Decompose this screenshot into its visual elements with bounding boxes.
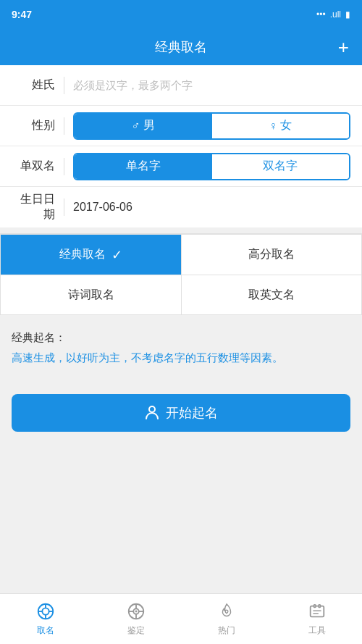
single-name-label: 单名字 [126, 159, 161, 174]
start-button[interactable]: 开始起名 [12, 394, 350, 432]
male-symbol: ♂ [132, 120, 140, 133]
highscore-label: 高分取名 [248, 247, 295, 262]
single-double-row: 单双名 单名字 双名字 [0, 146, 362, 187]
form-area: 姓氏 性别 ♂ 男 ♀ 女 单双名 单名字 双名字 [0, 65, 362, 227]
female-symbol: ♀ [269, 120, 277, 133]
double-name-label: 双名字 [263, 159, 298, 174]
signal-bars: .ull [330, 9, 341, 20]
gender-toggle-group: ♂ 男 ♀ 女 [73, 112, 350, 140]
status-bar: 9:47 ••• .ull ▮ [0, 0, 362, 29]
bottom-nav: 取名 鉴定 热门 [0, 593, 362, 644]
male-label: 男 [143, 118, 155, 133]
nav-item-tools[interactable]: 工具 [272, 594, 362, 644]
birthdate-row: 生日日期 2017-06-06 [0, 187, 362, 227]
start-label: 开始起名 [166, 404, 218, 422]
status-time: 9:47 [12, 9, 32, 20]
header-title: 经典取名 [155, 38, 207, 56]
nav-item-hot[interactable]: 热门 [181, 594, 272, 644]
description-area: 经典起名： 高速生成，以好听为主，不考虑名字的五行数理等因素。 [0, 321, 362, 377]
naming-icon [35, 601, 56, 622]
single-double-toggle-group: 单名字 双名字 [73, 153, 350, 180]
name-type-poetry[interactable]: 诗词取名 [0, 275, 181, 315]
name-type-classic[interactable]: 经典取名 ✓ [0, 234, 181, 275]
header: 经典取名 + [0, 29, 362, 65]
classic-label: 经典取名 [59, 247, 106, 262]
nav-item-appraise[interactable]: 鉴定 [90, 594, 181, 644]
poetry-label: 诗词取名 [68, 288, 114, 303]
svg-point-9 [135, 611, 137, 613]
add-button[interactable]: + [338, 36, 349, 59]
signal-dots: ••• [316, 9, 326, 20]
start-button-area: 开始起名 [0, 382, 362, 443]
double-name-button[interactable]: 双名字 [212, 154, 350, 179]
gender-row: 性别 ♂ 男 ♀ 女 [0, 106, 362, 146]
birthdate-value[interactable]: 2017-06-06 [73, 201, 132, 214]
name-type-english[interactable]: 取英文名 [181, 275, 362, 315]
gender-male-button[interactable]: ♂ 男 [75, 114, 212, 138]
hot-icon [216, 601, 237, 622]
svg-point-0 [149, 406, 155, 412]
checkmark-icon: ✓ [111, 247, 122, 263]
surname-divider [64, 77, 64, 94]
svg-rect-14 [310, 606, 324, 617]
surname-row: 姓氏 [0, 65, 362, 106]
status-icons: ••• .ull ▮ [316, 9, 350, 20]
name-type-grid: 经典取名 ✓ 高分取名 诗词取名 取英文名 [0, 233, 362, 315]
desc-body: 高速生成，以好听为主，不考虑名字的五行数理等因素。 [12, 349, 350, 367]
svg-point-2 [42, 608, 49, 614]
person-icon [144, 405, 160, 421]
single-double-label: 单双名 [12, 159, 55, 174]
desc-title: 经典起名： [12, 331, 350, 345]
nav-label-hot: 热门 [218, 624, 235, 637]
battery-icon: ▮ [345, 9, 350, 20]
tools-icon [307, 601, 327, 622]
surname-input[interactable] [73, 79, 350, 91]
single-double-divider [64, 158, 64, 175]
surname-label: 姓氏 [12, 78, 55, 93]
single-name-button[interactable]: 单名字 [75, 154, 212, 179]
english-label: 取英文名 [248, 288, 295, 303]
nav-label-tools: 工具 [308, 624, 326, 637]
gender-female-button[interactable]: ♀ 女 [212, 114, 350, 138]
nav-item-naming[interactable]: 取名 [0, 594, 90, 644]
nav-label-naming: 取名 [37, 624, 54, 637]
name-type-highscore[interactable]: 高分取名 [181, 234, 362, 275]
female-label: 女 [280, 118, 292, 133]
gender-divider [64, 117, 64, 135]
birthdate-label: 生日日期 [12, 192, 55, 222]
appraise-icon [126, 601, 146, 622]
nav-label-appraise: 鉴定 [127, 624, 145, 637]
gender-label: 性别 [12, 118, 55, 133]
birthdate-divider [64, 198, 64, 216]
